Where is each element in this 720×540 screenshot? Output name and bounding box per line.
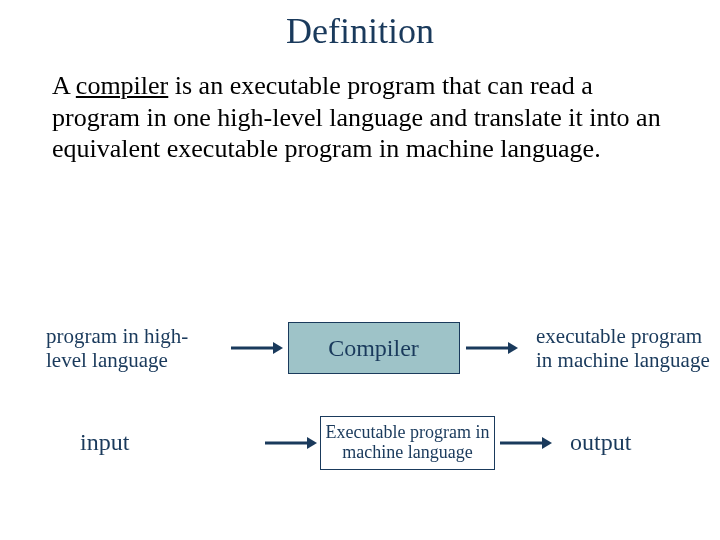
compiler-box: Compiler (288, 322, 460, 374)
slide-title: Definition (0, 10, 720, 52)
svg-marker-3 (508, 342, 518, 354)
arrow-icon (226, 340, 286, 356)
executable-box: Executable program in machine language (320, 416, 495, 470)
row1-right-label: executable program in machine language (521, 324, 720, 372)
diagram-row-1: program in high-level language Compiler … (0, 322, 720, 374)
svg-marker-5 (307, 437, 317, 449)
definition-paragraph: A compiler is an executable program that… (52, 70, 672, 165)
arrow-icon (495, 435, 555, 451)
para-lead: A (52, 71, 76, 100)
row2-left-label: input (0, 429, 260, 457)
arrow-icon (260, 435, 320, 451)
row2-right-label: output (555, 429, 720, 457)
term-compiler: compiler (76, 71, 168, 100)
row1-left-label: program in high-level language (0, 324, 226, 372)
diagram-row-2: input Executable program in machine lang… (0, 416, 720, 470)
flow-diagram: program in high-level language Compiler … (0, 300, 720, 512)
arrow-icon (461, 340, 521, 356)
svg-marker-7 (542, 437, 552, 449)
svg-marker-1 (273, 342, 283, 354)
